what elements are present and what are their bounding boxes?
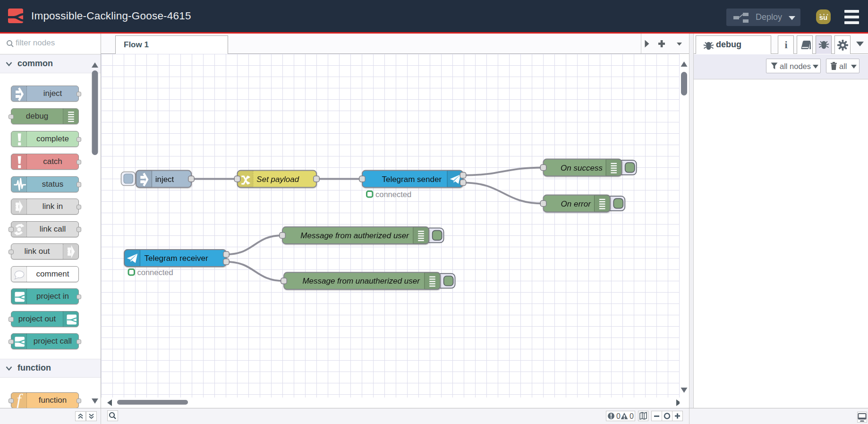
svg-text:connected: connected (375, 190, 411, 199)
svg-text:inject: inject (155, 175, 174, 184)
svg-text:On error: On error (561, 199, 592, 208)
svg-text:Message from autherized user: Message from autherized user (300, 231, 409, 240)
svg-text:f: f (17, 393, 23, 408)
svg-text:0: 0 (630, 412, 634, 420)
svg-text:Message from unautherized user: Message from unautherized user (302, 277, 420, 286)
svg-text:Telegram sender: Telegram sender (382, 175, 442, 184)
svg-text:0: 0 (616, 412, 621, 420)
svg-text:i: i (784, 40, 787, 50)
svg-text:Telegram receiver: Telegram receiver (144, 254, 208, 263)
svg-text:On success: On success (561, 164, 603, 173)
svg-text:connected: connected (137, 268, 173, 277)
svg-text:Set payload: Set payload (256, 175, 299, 184)
